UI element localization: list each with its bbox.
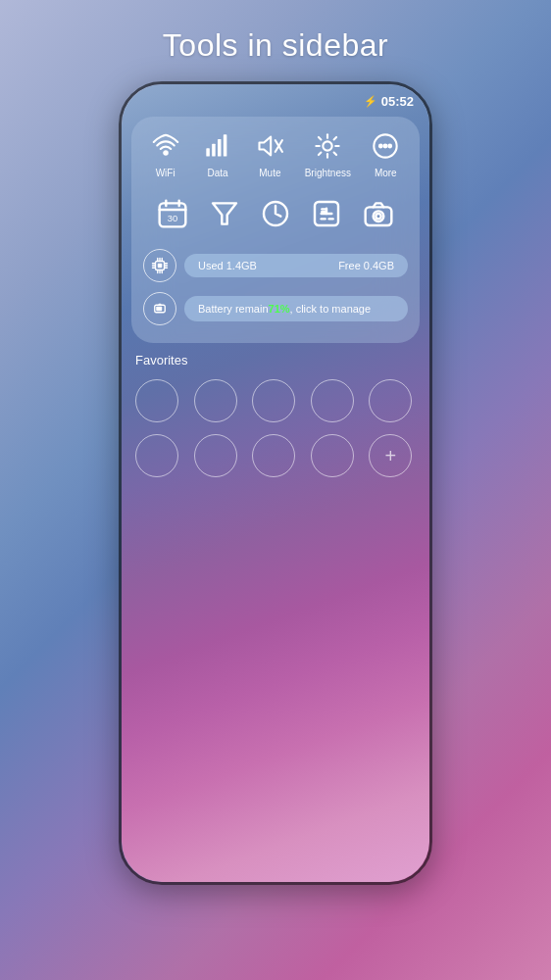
brightness-label: Brightness bbox=[305, 168, 351, 178]
svg-rect-4 bbox=[224, 134, 227, 156]
svg-rect-2 bbox=[212, 144, 216, 157]
tool-calendar[interactable]: 30 bbox=[151, 192, 194, 235]
tool-clock[interactable] bbox=[254, 192, 297, 235]
battery-bar[interactable]: Battery remain 71% , click to manage bbox=[184, 296, 408, 321]
battery-status-icon: ⚡ bbox=[364, 95, 377, 108]
svg-line-12 bbox=[334, 153, 336, 155]
fav-slot-7[interactable] bbox=[194, 434, 237, 477]
wifi-icon bbox=[148, 128, 183, 164]
svg-point-8 bbox=[324, 141, 332, 150]
page-title: Tools in sidebar bbox=[163, 27, 388, 64]
tool-camera[interactable] bbox=[357, 192, 400, 235]
data-label: Data bbox=[207, 168, 227, 178]
tool-calculator[interactable] bbox=[305, 192, 348, 235]
tool-wifi[interactable]: WiFi bbox=[148, 128, 183, 178]
svg-point-37 bbox=[376, 214, 380, 219]
svg-line-11 bbox=[319, 137, 321, 139]
tool-more[interactable]: More bbox=[368, 128, 403, 178]
tool-data[interactable]: Data bbox=[200, 128, 235, 178]
phone-screen: ⚡ 05:52 WiFi bbox=[122, 84, 429, 882]
svg-line-15 bbox=[319, 153, 321, 155]
svg-rect-51 bbox=[158, 264, 163, 269]
svg-rect-3 bbox=[218, 139, 222, 157]
memory-bar[interactable]: Used 1.4GB Free 0.4GB bbox=[184, 254, 408, 277]
status-bar: ⚡ 05:52 bbox=[122, 84, 429, 113]
battery-info-row: Battery remain 71% , click to manage bbox=[139, 292, 412, 325]
fav-slot-5[interactable] bbox=[369, 379, 412, 422]
mute-icon bbox=[252, 128, 287, 164]
favorites-section: Favorites + bbox=[122, 343, 429, 497]
brightness-icon bbox=[310, 128, 345, 164]
svg-point-19 bbox=[384, 145, 387, 148]
fav-slot-4[interactable] bbox=[311, 379, 354, 422]
battery-text-before: Battery remain bbox=[198, 303, 269, 315]
svg-text:30: 30 bbox=[168, 214, 177, 223]
battery-icon-circle bbox=[143, 292, 176, 325]
memory-free: Free 0.4GB bbox=[338, 260, 394, 271]
signal-icon bbox=[200, 128, 235, 164]
favorites-row-1 bbox=[135, 379, 416, 422]
svg-rect-53 bbox=[159, 304, 162, 306]
memory-used: Used 1.4GB bbox=[198, 260, 257, 271]
svg-line-16 bbox=[334, 137, 336, 139]
svg-point-20 bbox=[389, 145, 392, 148]
fav-slot-9[interactable] bbox=[311, 434, 354, 477]
svg-rect-54 bbox=[156, 307, 162, 312]
fav-slot-2[interactable] bbox=[194, 379, 237, 422]
svg-point-18 bbox=[379, 145, 382, 148]
quick-tools-row: WiFi Data bbox=[139, 128, 412, 178]
svg-rect-1 bbox=[206, 148, 210, 156]
more-label: More bbox=[375, 168, 397, 178]
secondary-tools-row: 30 bbox=[139, 192, 412, 235]
svg-marker-26 bbox=[213, 203, 236, 223]
phone-frame: ⚡ 05:52 WiFi bbox=[119, 81, 432, 885]
favorites-label: Favorites bbox=[135, 353, 416, 368]
fav-slot-8[interactable] bbox=[252, 434, 295, 477]
sidebar-panel: WiFi Data bbox=[131, 117, 420, 343]
svg-point-0 bbox=[164, 151, 168, 155]
tool-brightness[interactable]: Brightness bbox=[305, 128, 351, 178]
svg-marker-5 bbox=[260, 137, 272, 156]
tool-mute[interactable]: Mute bbox=[252, 128, 287, 178]
memory-info-row: Used 1.4GB Free 0.4GB bbox=[139, 249, 412, 282]
more-icon bbox=[368, 128, 403, 164]
chip-icon bbox=[143, 249, 176, 282]
fav-slot-3[interactable] bbox=[252, 379, 295, 422]
favorites-row-2: + bbox=[135, 434, 416, 477]
fav-add-button[interactable]: + bbox=[369, 434, 412, 477]
wifi-label: WiFi bbox=[156, 168, 175, 178]
fav-slot-6[interactable] bbox=[135, 434, 178, 477]
mute-label: Mute bbox=[259, 168, 280, 178]
battery-percent: 71% bbox=[269, 303, 290, 315]
fav-slot-1[interactable] bbox=[135, 379, 178, 422]
tool-filter[interactable] bbox=[203, 192, 246, 235]
status-time: 05:52 bbox=[381, 94, 414, 109]
battery-text-after: , click to manage bbox=[290, 303, 372, 315]
